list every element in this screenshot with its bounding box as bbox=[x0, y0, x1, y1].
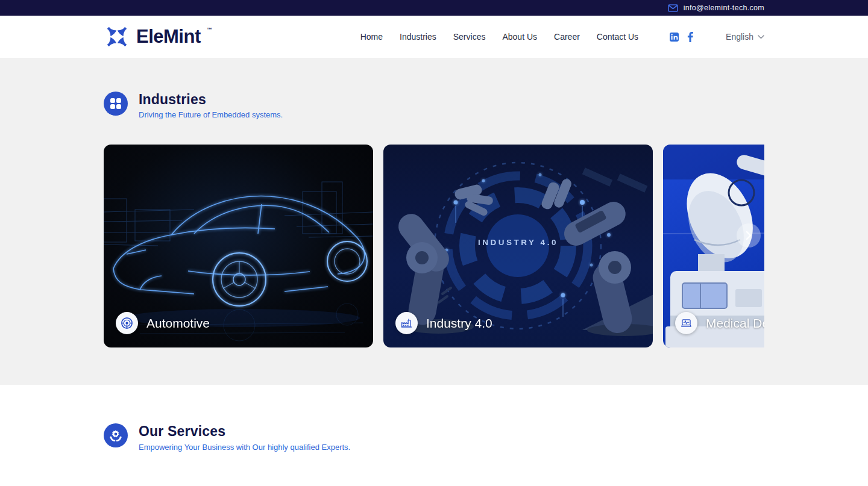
industries-title: Industries bbox=[139, 92, 283, 107]
services-subtitle: Empowering Your Business with Our highly… bbox=[139, 443, 350, 452]
industries-carousel: Automotive bbox=[104, 145, 764, 347]
card-industry-4-0[interactable]: INDUSTRY 4.0 Indust bbox=[383, 145, 653, 347]
linkedin-icon[interactable] bbox=[670, 33, 679, 42]
services-title: Our Services bbox=[139, 423, 350, 439]
industry-card-label: Industry 4.0 bbox=[395, 312, 492, 334]
logo-mark-icon bbox=[104, 23, 130, 50]
hands-gear-icon bbox=[104, 423, 128, 447]
logo[interactable]: EleMint ™ bbox=[104, 23, 212, 50]
email-text: info@elemint-tech.com bbox=[684, 4, 764, 12]
services-section: Our Services Empowering Your Business wi… bbox=[0, 385, 868, 486]
medical-card-label: Medical Devices bbox=[675, 312, 764, 334]
language-selector[interactable]: English bbox=[726, 32, 764, 42]
services-section-head: Our Services Empowering Your Business wi… bbox=[104, 423, 764, 451]
industries-section-head: Industries Driving the Future of Embedde… bbox=[104, 92, 764, 119]
industries-grid-icon bbox=[104, 92, 128, 116]
nav-industries[interactable]: Industries bbox=[400, 32, 436, 42]
social-links bbox=[670, 32, 693, 42]
main-nav: Home Industries Services About Us Career… bbox=[360, 32, 638, 42]
facebook-icon[interactable] bbox=[687, 32, 693, 42]
factory-icon bbox=[395, 312, 418, 334]
language-label: English bbox=[726, 32, 753, 42]
nav-home[interactable]: Home bbox=[360, 32, 383, 42]
topbar: info@elemint-tech.com bbox=[0, 0, 868, 16]
steering-wheel-icon bbox=[116, 312, 138, 334]
nav-services[interactable]: Services bbox=[453, 32, 486, 42]
industries-section: Industries Driving the Future of Embedde… bbox=[0, 58, 868, 385]
industry-overlay-text: INDUSTRY 4.0 bbox=[383, 238, 653, 247]
site-header: EleMint ™ Home Industries Services About… bbox=[0, 16, 868, 58]
medical-monitor-icon bbox=[675, 312, 697, 334]
industries-subtitle: Driving the Future of Embedded systems. bbox=[139, 110, 283, 119]
card-automotive[interactable]: Automotive bbox=[104, 145, 373, 347]
brand-name: EleMint bbox=[136, 23, 201, 50]
nav-contact-us[interactable]: Contact Us bbox=[597, 32, 638, 42]
automotive-card-label: Automotive bbox=[116, 312, 210, 334]
contact-email-link[interactable]: info@elemint-tech.com bbox=[668, 4, 764, 12]
nav-career[interactable]: Career bbox=[554, 32, 580, 42]
trademark-symbol: ™ bbox=[207, 26, 212, 33]
envelope-icon bbox=[668, 4, 678, 12]
chevron-down-icon bbox=[758, 35, 764, 39]
chevron-right-icon bbox=[744, 231, 753, 240]
nav-about-us[interactable]: About Us bbox=[502, 32, 537, 42]
carousel-track: Automotive bbox=[104, 145, 764, 347]
